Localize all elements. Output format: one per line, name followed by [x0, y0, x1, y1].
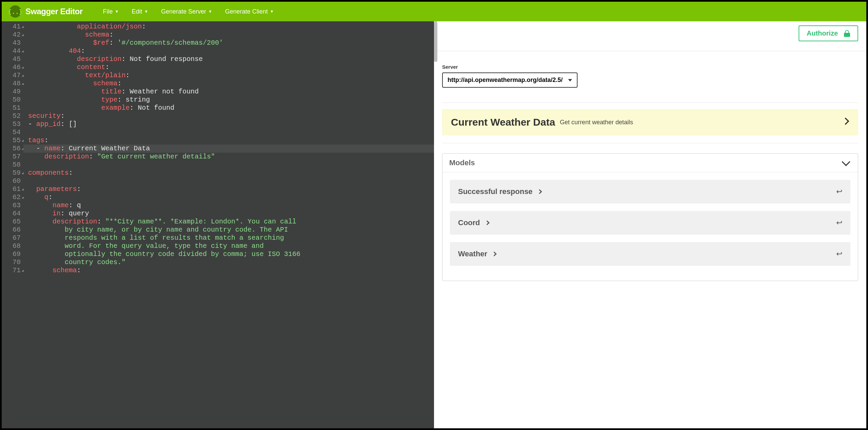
model-name: Weather: [458, 250, 496, 258]
return-icon: ↩: [836, 218, 842, 227]
divider: [442, 103, 858, 103]
return-icon: ↩: [836, 187, 842, 196]
topbar: {..} Swagger Editor File▼ Edit▼ Generate…: [2, 2, 866, 21]
model-row[interactable]: Coord↩: [450, 211, 850, 235]
chevron-down-icon: [842, 157, 850, 166]
divider: [434, 51, 866, 51]
menu-generate-client[interactable]: Generate Client▼: [225, 8, 274, 15]
code-area[interactable]: application/json: schema: $ref: '#/compo…: [23, 21, 434, 428]
tag-description: Get current weather details: [560, 119, 845, 126]
menu-edit[interactable]: Edit▼: [132, 8, 148, 15]
tag-title: Current Weather Data: [451, 116, 555, 128]
dropdown-icon: ▼: [144, 9, 148, 14]
main-menu: File▼ Edit▼ Generate Server▼ Generate Cl…: [103, 8, 274, 15]
swagger-logo-icon: {..}: [9, 5, 21, 18]
chevron-right-icon: [492, 252, 497, 256]
server-select[interactable]: http://api.openweathermap.org/data/2.5/: [442, 72, 578, 88]
scrollbar-thumb[interactable]: [434, 21, 437, 62]
logo: {..} Swagger Editor: [9, 5, 83, 18]
model-name: Coord: [458, 218, 489, 227]
app-title: Swagger Editor: [25, 7, 83, 16]
return-icon: ↩: [836, 250, 842, 258]
code-editor[interactable]: 4142434445464748495051525354555657585960…: [2, 21, 434, 428]
model-name: Successful response: [458, 187, 541, 196]
authorize-label: Authorize: [807, 29, 838, 37]
server-value: http://api.openweathermap.org/data/2.5/: [448, 77, 563, 84]
chevron-right-icon: [537, 189, 542, 194]
swagger-ui-panel: Authorize Server http://api.openweatherm…: [434, 21, 866, 428]
menu-generate-server[interactable]: Generate Server▼: [161, 8, 212, 15]
chevron-right-icon: [485, 220, 490, 225]
models-title: Models: [449, 158, 475, 167]
model-row[interactable]: Successful response↩: [450, 180, 850, 203]
dropdown-icon: ▼: [208, 9, 212, 14]
dropdown-icon: ▼: [115, 9, 119, 14]
model-row[interactable]: Weather↩: [450, 242, 850, 266]
authorize-button[interactable]: Authorize: [799, 25, 858, 41]
main-split: 4142434445464748495051525354555657585960…: [2, 21, 866, 428]
chevron-right-icon: [845, 117, 849, 127]
line-gutter: 4142434445464748495051525354555657585960…: [2, 21, 23, 428]
models-header[interactable]: Models: [442, 154, 858, 172]
models-list: Successful response↩Coord↩Weather↩: [442, 172, 858, 281]
divider: [442, 143, 858, 143]
tag-current-weather-data[interactable]: Current Weather Data Get current weather…: [442, 109, 858, 135]
server-label: Server: [442, 64, 858, 70]
menu-file[interactable]: File▼: [103, 8, 119, 15]
dropdown-icon: ▼: [270, 9, 274, 14]
chevron-down-icon: [568, 79, 572, 81]
lock-icon: [844, 30, 850, 37]
models-section: Models Successful response↩Coord↩Weather…: [442, 153, 858, 281]
